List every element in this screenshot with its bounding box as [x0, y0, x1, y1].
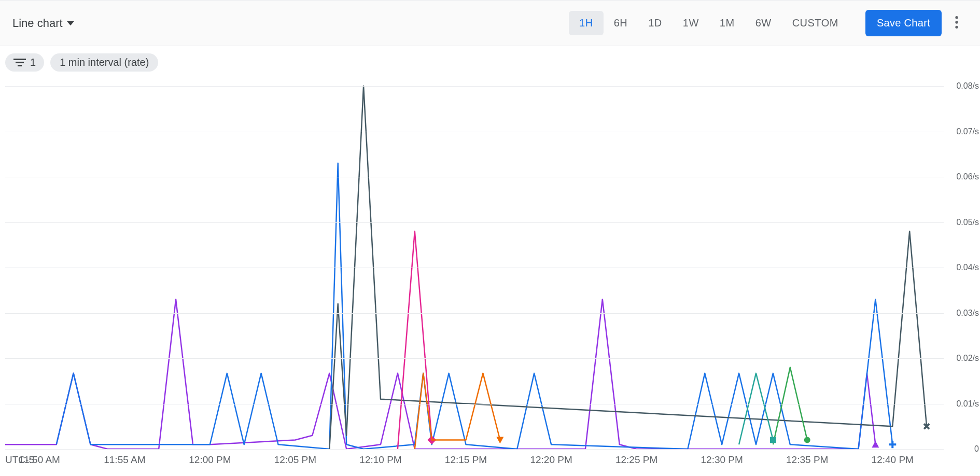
svg-rect-5 [18, 65, 22, 66]
x-tick-label: 12:30 PM [701, 454, 743, 466]
series-line-series-d [398, 231, 432, 449]
range-1w[interactable]: 1W [673, 11, 709, 35]
y-tick-label: 0.05/s [956, 218, 979, 227]
y-tick-label: 0.07/s [956, 127, 979, 136]
svg-rect-4 [16, 62, 24, 63]
chart-type-selector[interactable]: Line chart [12, 17, 74, 30]
range-1d[interactable]: 1D [638, 11, 673, 35]
toolbar-right: 1H6H1D1W1M6WCUSTOM Save Chart [569, 10, 968, 36]
grid-line [5, 86, 944, 87]
y-tick-label: 0.03/s [956, 309, 979, 318]
grid-line [5, 132, 944, 132]
toolbar: Line chart 1H6H1D1W1M6WCUSTOM Save Chart [0, 0, 980, 46]
filter-chip[interactable]: 1 [5, 53, 44, 72]
svg-marker-6 [872, 441, 879, 447]
grid-line [5, 222, 944, 223]
x-tick-label: 12:25 PM [615, 454, 657, 466]
y-tick-label: 0 [974, 444, 979, 454]
grid-line [5, 358, 944, 359]
svg-marker-8 [496, 437, 503, 444]
x-tick-label: 12:35 PM [786, 454, 828, 466]
chart-area: 00.01/s0.02/s0.03/s0.04/s0.05/s0.06/s0.0… [0, 86, 980, 449]
caret-down-icon [67, 20, 74, 27]
series-line-series-a [5, 299, 875, 449]
chart-type-label: Line chart [12, 17, 63, 30]
x-tick-label: 12:05 PM [274, 454, 316, 466]
svg-point-2 [955, 26, 958, 29]
chip-row: 1 1 min interval (rate) [0, 46, 980, 76]
interval-chip[interactable]: 1 min interval (rate) [50, 53, 158, 72]
range-1h[interactable]: 1H [569, 11, 604, 35]
svg-point-1 [955, 21, 958, 23]
time-range-segmented: 1H6H1D1W1M6WCUSTOM [569, 11, 849, 35]
series-marker-series-a [872, 441, 879, 447]
series-line-series-g [739, 373, 773, 444]
y-tick-label: 0.04/s [956, 263, 979, 272]
grid-line [5, 268, 944, 268]
more-vert-icon [955, 16, 958, 29]
filter-count: 1 [30, 57, 36, 68]
y-tick-label: 0.06/s [956, 172, 979, 181]
range-6w[interactable]: 6W [745, 11, 782, 35]
grid-line [5, 177, 944, 177]
series-marker-series-f [804, 437, 810, 443]
series-marker-series-e [496, 437, 503, 444]
svg-rect-10 [770, 437, 776, 443]
interval-label: 1 min interval (rate) [60, 57, 149, 68]
x-tick-label: 12:00 PM [189, 454, 231, 466]
svg-point-0 [955, 16, 958, 19]
x-tick-label: 12:10 PM [359, 454, 401, 466]
svg-point-9 [804, 437, 810, 443]
series-line-series-f [773, 368, 807, 445]
filter-icon [13, 59, 26, 67]
series-marker-series-g [770, 437, 776, 443]
svg-rect-3 [13, 59, 26, 60]
x-tick-label: 12:20 PM [530, 454, 572, 466]
more-options-button[interactable] [946, 10, 968, 36]
range-1m[interactable]: 1M [709, 11, 745, 35]
y-tick-label: 0.02/s [956, 354, 979, 363]
grid-line [5, 313, 944, 314]
y-tick-label: 0.08/s [956, 81, 979, 91]
x-tick-label: 11:55 AM [104, 454, 145, 466]
range-custom[interactable]: CUSTOM [782, 11, 849, 35]
range-6h[interactable]: 6H [604, 11, 638, 35]
grid-line [5, 449, 944, 450]
x-tick-label: 12:15 PM [445, 454, 487, 466]
series-marker-series-b [889, 441, 896, 448]
grid-line [5, 404, 944, 404]
x-tick-label: 11:50 AM [19, 454, 60, 466]
plot[interactable]: 00.01/s0.02/s0.03/s0.04/s0.05/s0.06/s0.0… [5, 86, 944, 449]
save-chart-button[interactable]: Save Chart [865, 10, 942, 36]
y-tick-label: 0.01/s [956, 399, 979, 409]
x-tick-label: 12:40 PM [872, 454, 914, 466]
